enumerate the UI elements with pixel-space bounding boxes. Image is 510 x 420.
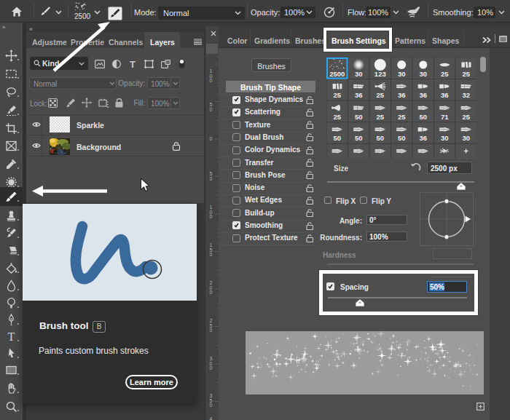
svg-text:50: 50 [333, 134, 341, 142]
svg-text:50: 50 [354, 113, 362, 121]
svg-text:25: 25 [376, 113, 384, 121]
svg-text:25: 25 [440, 70, 448, 78]
svg-text:36: 36 [397, 91, 405, 99]
svg-text:T: T [8, 330, 15, 343]
svg-text:30: 30 [440, 134, 448, 142]
svg-text:36: 36 [419, 91, 427, 99]
svg-text:30: 30 [462, 134, 470, 142]
svg-text:25: 25 [462, 70, 470, 78]
svg-text:25: 25 [333, 113, 341, 121]
svg-text:50: 50 [397, 134, 405, 142]
svg-text:36: 36 [354, 91, 362, 99]
svg-text:2500: 2500 [329, 70, 345, 78]
svg-text:36: 36 [440, 91, 448, 99]
svg-text:71: 71 [440, 113, 448, 121]
svg-text:50: 50 [419, 113, 427, 121]
svg-text:30: 30 [354, 70, 362, 78]
svg-text:50: 50 [354, 134, 362, 142]
svg-text:25: 25 [333, 91, 341, 99]
svg-text:T: T [130, 60, 136, 68]
svg-text:32: 32 [462, 91, 470, 99]
svg-text:30: 30 [419, 70, 427, 78]
svg-text:50: 50 [376, 134, 384, 142]
svg-text:25: 25 [397, 113, 405, 121]
svg-text:36: 36 [419, 134, 427, 142]
svg-text:25: 25 [462, 113, 470, 121]
svg-text:30: 30 [397, 70, 405, 78]
svg-text:123: 123 [374, 70, 385, 78]
svg-text:25: 25 [376, 91, 384, 99]
